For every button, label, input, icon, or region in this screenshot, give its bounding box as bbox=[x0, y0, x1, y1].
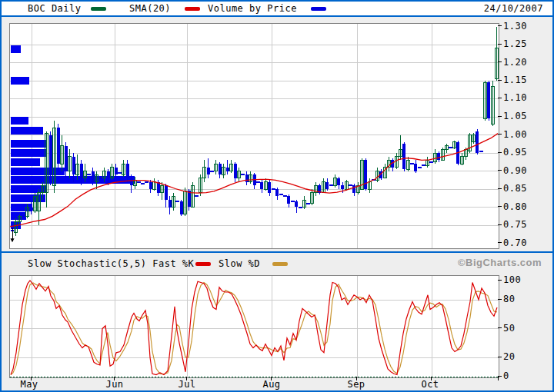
series-label: BOC Daily bbox=[28, 3, 82, 14]
stochastic-plot bbox=[9, 275, 499, 378]
stoch-tick-label: 20 bbox=[503, 351, 515, 362]
slow-d-label: Slow %D bbox=[219, 258, 260, 269]
stoch-d-swatch-icon bbox=[272, 262, 288, 266]
stochastic-title: Slow Stochastic(5,5) Fast %K bbox=[28, 258, 194, 269]
price-tick-label: 1.25 bbox=[503, 38, 527, 49]
price-chart-plot bbox=[9, 23, 499, 249]
month-label: Jul bbox=[174, 379, 200, 390]
price-tick-label: 1.20 bbox=[503, 57, 527, 68]
bigcharts-chart-page: BOC Daily SMA(20) Volume by Price 24/10/… bbox=[0, 0, 554, 392]
month-label: Sep bbox=[343, 379, 369, 390]
chart-date: 24/10/2007 bbox=[484, 3, 543, 14]
main-legend-bar: BOC Daily SMA(20) Volume by Price 24/10/… bbox=[2, 2, 552, 17]
stochastic-canvas bbox=[10, 276, 499, 377]
vbp-swatch-icon bbox=[311, 7, 326, 11]
sma-swatch-icon bbox=[185, 7, 200, 11]
stoch-k-swatch-icon bbox=[195, 262, 211, 266]
price-tick-label: 1.15 bbox=[503, 75, 527, 85]
stochastic-legend-bar: Slow Stochastic(5,5) Fast %K Slow %D ©Bi… bbox=[2, 253, 552, 273]
stoch-tick-label: 0 bbox=[503, 370, 509, 381]
price-chart-canvas bbox=[10, 24, 499, 248]
month-label: Aug bbox=[259, 379, 285, 390]
price-tick-label: 0.75 bbox=[503, 219, 527, 230]
vbp-label: Volume by Price bbox=[208, 3, 297, 14]
series-swatch-icon bbox=[91, 7, 106, 11]
bigcharts-copyright: ©BigCharts.com bbox=[458, 257, 542, 268]
stoch-tick-label: 80 bbox=[503, 294, 515, 304]
price-tick-label: 1.30 bbox=[503, 21, 527, 32]
price-tick-label: 0.85 bbox=[503, 183, 527, 194]
month-label: Oct bbox=[417, 379, 443, 390]
month-label: Jun bbox=[102, 379, 128, 390]
price-tick-label: 0.90 bbox=[503, 165, 527, 176]
price-tick-label: 0.70 bbox=[503, 238, 527, 248]
price-tick-label: 0.80 bbox=[503, 201, 527, 212]
month-label: May bbox=[16, 379, 42, 390]
sma-label: SMA(20) bbox=[129, 3, 171, 14]
stoch-tick-label: 100 bbox=[503, 274, 521, 285]
price-tick-label: 0.95 bbox=[503, 147, 527, 158]
price-tick-label: 1.05 bbox=[503, 111, 527, 121]
price-tick-label: 1.00 bbox=[503, 129, 527, 140]
price-tick-label: 1.10 bbox=[503, 92, 527, 103]
stoch-tick-label: 50 bbox=[503, 323, 515, 334]
